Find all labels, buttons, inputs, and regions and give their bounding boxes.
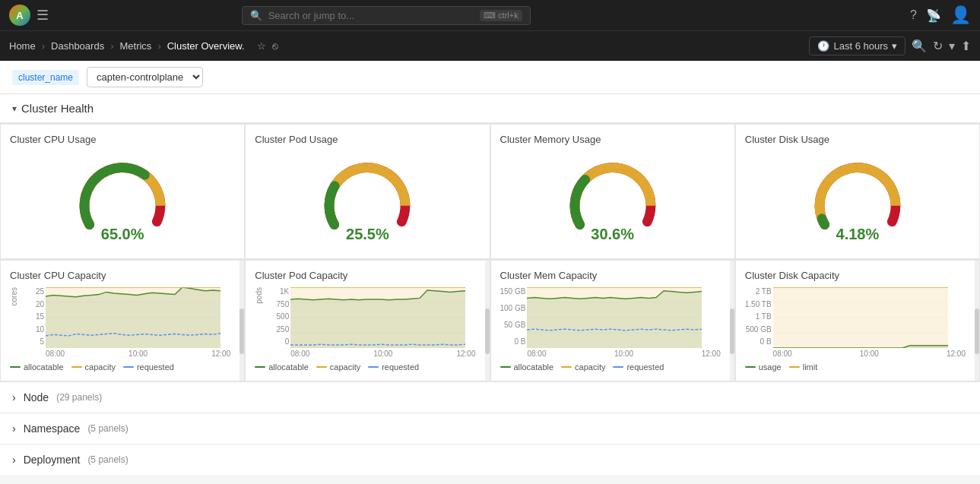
gauge-container: 25.5%	[255, 151, 480, 249]
share-icon[interactable]: ⎋	[272, 40, 278, 52]
panel-title: Cluster Mem Capacity	[500, 270, 721, 281]
section-badge: (5 panels)	[87, 423, 128, 434]
y-axis-labels: 150 GB100 GB50 GB0 B	[500, 287, 526, 358]
gauge-value: 4.18%	[836, 226, 880, 243]
filter-bar: cluster_name capten-controlplane	[0, 61, 980, 94]
legend-item: capacity	[71, 362, 116, 372]
time-range-button[interactable]: 🕐 Last 6 hours ▾	[809, 36, 905, 55]
x-axis-labels: 08:0010:0012:00	[773, 350, 966, 358]
more-options-button[interactable]: ▾	[949, 39, 955, 53]
chart-area: 08:0010:0012:00	[46, 287, 230, 358]
legend-item: requested	[368, 362, 419, 372]
chart-row: Cluster CPU Capacity cores 252015105 08:…	[0, 259, 980, 381]
collapsible-section-2: › Deployment (5 panels)	[0, 444, 980, 475]
legend-item: allocatable	[255, 362, 309, 372]
bar-right: 🕐 Last 6 hours ▾ 🔍 ↻ ▾ ⬆	[809, 36, 971, 55]
chart-panel-2: Cluster Mem Capacity 150 GB100 GB50 GB0 …	[490, 260, 735, 381]
search-bar[interactable]: 🔍 ⌨ ctrl+k	[242, 6, 531, 25]
hamburger-menu[interactable]: ☰	[36, 7, 49, 24]
cluster-name-select[interactable]: capten-controlplane	[87, 67, 203, 87]
legend-item: capacity	[561, 362, 605, 372]
collapsible-section-1: › Namespace (5 panels)	[0, 413, 980, 444]
collapsible-sections: › Node (29 panels) › Namespace (5 panels…	[0, 381, 980, 475]
gauge-panel-2: Cluster Memory Usage 30.6%	[490, 124, 735, 259]
panel-title: Cluster Disk Capacity	[745, 270, 966, 281]
section-badge: (29 panels)	[56, 392, 102, 403]
search-input[interactable]	[268, 10, 474, 21]
x-axis-labels: 08:0010:0012:00	[290, 350, 475, 358]
chart-area: 08:0010:0012:00	[290, 287, 475, 358]
collapsible-header-node[interactable]: › Node (29 panels)	[0, 382, 980, 413]
chevron-down-icon: ▾	[12, 103, 17, 114]
gauge-value: 30.6%	[591, 226, 634, 243]
chart-legend: allocatable capacity requested	[10, 362, 230, 372]
app-logo[interactable]: A	[9, 5, 30, 26]
search-icon: 🔍	[250, 10, 262, 21]
clock-icon: 🕐	[817, 40, 829, 52]
top-nav: A ☰ 🔍 ⌨ ctrl+k ? 📡 👤	[0, 0, 980, 30]
panel-title: Cluster CPU Capacity	[10, 270, 230, 281]
chevron-down-icon: ▾	[892, 40, 897, 52]
refresh-button[interactable]: ↻	[933, 39, 943, 53]
help-icon[interactable]: ?	[910, 8, 917, 22]
section-title: Namespace	[24, 422, 81, 435]
gauge-panel-3: Cluster Disk Usage 4.18%	[735, 124, 980, 259]
breadcrumb-dashboards[interactable]: Dashboards	[51, 40, 104, 52]
x-axis-labels: 08:0010:0012:00	[527, 350, 720, 358]
notifications-icon[interactable]: 📡	[926, 8, 941, 23]
chevron-right-icon: ›	[12, 454, 16, 466]
y-axis-title: cores	[10, 287, 18, 305]
section-title: Deployment	[24, 454, 81, 466]
gauge-container: 65.0%	[10, 151, 235, 249]
breadcrumb-metrics[interactable]: Metrics	[119, 40, 151, 52]
legend-item: requested	[613, 362, 664, 372]
scrollbar-track[interactable]	[975, 261, 979, 381]
gauge-value: 65.0%	[101, 226, 144, 243]
collapse-button[interactable]: ⬆	[961, 39, 971, 53]
gauge-container: 4.18%	[745, 151, 970, 249]
legend-item: allocatable	[500, 362, 554, 372]
scrollbar-track[interactable]	[485, 261, 490, 381]
chart-legend: allocatable capacity requested	[255, 362, 475, 372]
panel-title: Cluster Pod Capacity	[255, 270, 475, 281]
star-icon[interactable]: ☆	[257, 40, 266, 52]
section-badge: (5 panels)	[87, 454, 128, 465]
legend-item: requested	[123, 362, 174, 372]
gauge-value: 25.5%	[346, 226, 389, 243]
legend-item: capacity	[316, 362, 360, 372]
nav-right: ? 📡 👤	[910, 5, 971, 25]
gauge-container: 30.6%	[500, 151, 725, 249]
cluster-health-title: Cluster Health	[21, 102, 94, 115]
scrollbar-thumb	[730, 308, 734, 354]
chart-panel-0: Cluster CPU Capacity cores 252015105 08:…	[0, 260, 245, 381]
scrollbar-thumb	[239, 308, 244, 354]
panel-title: Cluster Disk Usage	[745, 134, 970, 145]
cluster-health-header[interactable]: ▾ Cluster Health	[0, 94, 980, 123]
gauge-row: Cluster CPU Usage 65.0% Cluster Pod Usag…	[0, 123, 980, 259]
y-axis-labels: 1K7505002500	[266, 287, 289, 358]
chart-area: 08:0010:0012:00	[773, 287, 966, 358]
chart-legend: usage limit	[745, 362, 966, 372]
collapsible-header-namespace[interactable]: › Namespace (5 panels)	[0, 413, 980, 444]
filter-label[interactable]: cluster_name	[12, 70, 79, 85]
chart-panel-3: Cluster Disk Capacity 2 TB1.50 TB1 TB500…	[735, 260, 980, 381]
zoom-out-button[interactable]: 🔍	[912, 39, 927, 53]
collapsible-header-deployment[interactable]: › Deployment (5 panels)	[0, 444, 980, 475]
panel-title: Cluster Memory Usage	[500, 134, 725, 145]
chevron-right-icon: ›	[12, 391, 16, 403]
section-title: Node	[24, 391, 49, 403]
breadcrumb-bar: Home › Dashboards › Metrics › Cluster Ov…	[0, 30, 980, 61]
scrollbar-thumb	[975, 308, 979, 354]
y-axis-labels: 2 TB1.50 TB1 TB500 GB0 B	[745, 287, 772, 358]
collapsible-section-0: › Node (29 panels)	[0, 381, 980, 413]
y-axis-labels: 252015105	[21, 287, 44, 358]
gauge-panel-0: Cluster CPU Usage 65.0%	[0, 124, 245, 259]
user-avatar[interactable]: 👤	[950, 5, 971, 25]
gauge-panel-1: Cluster Pod Usage 25.5%	[245, 124, 490, 259]
breadcrumb-current: Cluster Overview.	[167, 40, 245, 52]
scrollbar-thumb	[485, 308, 490, 354]
scrollbar-track[interactable]	[730, 261, 734, 381]
breadcrumb-home[interactable]: Home	[9, 40, 36, 52]
scrollbar-track[interactable]	[239, 261, 244, 381]
legend-item: allocatable	[10, 362, 64, 372]
